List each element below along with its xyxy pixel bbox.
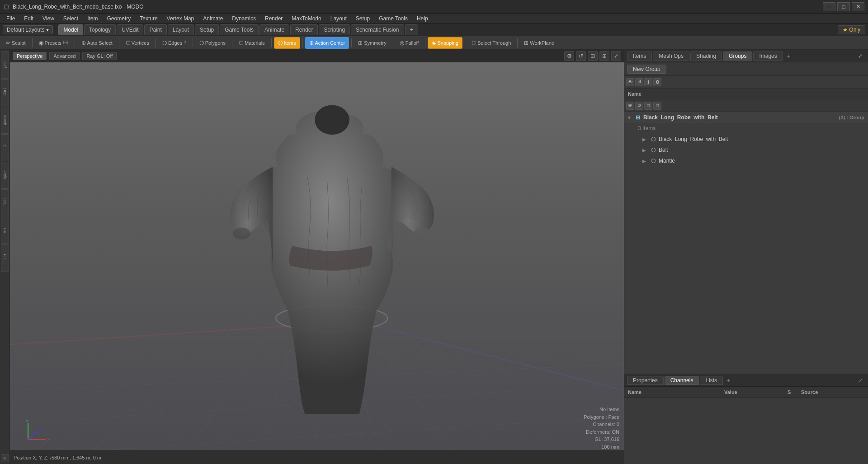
workplane-button[interactable]: ⊞ WorkPlane xyxy=(520,37,558,49)
sculpt-tool[interactable]: ✏ Sculpt xyxy=(2,37,30,49)
sidebar-tab-poly[interactable]: Poly xyxy=(1,162,9,189)
mode-layout[interactable]: Layout xyxy=(168,24,194,35)
3d-canvas[interactable]: X Y Z No Items Polygons : Face Channels:… xyxy=(10,62,624,464)
new-group-button[interactable]: New Group xyxy=(627,65,666,74)
presets-button[interactable]: ◉ Presets F6 xyxy=(35,37,72,49)
mode-uvedit[interactable]: UVEdit xyxy=(117,24,143,35)
scene-icon-settings[interactable]: ⚙ xyxy=(653,78,661,86)
star-only-button[interactable]: ★ Only xyxy=(838,25,865,34)
mode-render[interactable]: Render xyxy=(290,24,318,35)
viewport-settings-icon[interactable]: ⚙ xyxy=(564,51,574,61)
snapping-button[interactable]: ◈ Snapping xyxy=(428,37,462,49)
scene-mesh-belt[interactable]: ▶ ⬡ Belt xyxy=(624,145,868,155)
tab-items[interactable]: Items xyxy=(627,52,652,61)
menu-maxtomode[interactable]: MaxToModo xyxy=(287,14,326,23)
mode-add[interactable]: + xyxy=(405,24,418,35)
scene-mesh-mantle[interactable]: ▶ ⬡ Mantle xyxy=(624,155,868,166)
menu-animate[interactable]: Animate xyxy=(198,14,227,23)
maximize-button[interactable]: □ xyxy=(837,2,850,11)
sidebar-tab-fu[interactable]: Fu... xyxy=(1,244,9,272)
menu-select[interactable]: Select xyxy=(59,14,83,23)
scene-icon-eye[interactable]: 👁 xyxy=(626,78,634,86)
auto-select-button[interactable]: ⊕ Auto Select xyxy=(77,37,117,49)
minimize-button[interactable]: ─ xyxy=(823,2,835,11)
viewport-area[interactable]: Perspective Advanced Ray GL: Off ⚙ ↺ ⊡ ⊞… xyxy=(10,50,624,464)
vertices-button[interactable]: ⬡ Vertices xyxy=(122,37,153,49)
scene-list[interactable]: 👁 ↺ □ □ ▼ ⊞ Black_Long_Robe_with_Belt (2… xyxy=(624,99,868,374)
scene-icon-refresh[interactable]: ↺ xyxy=(635,78,643,86)
scene-list-header: Name xyxy=(624,89,868,99)
viewport-display-icon[interactable]: ⊡ xyxy=(588,51,598,61)
group-icon-r[interactable]: ↺ xyxy=(635,102,643,110)
viewport-camera-icon[interactable]: ↺ xyxy=(576,51,586,61)
right-panel-header: New Group xyxy=(624,62,868,76)
btab-channels[interactable]: Channels xyxy=(665,376,699,385)
tab-images[interactable]: Images xyxy=(753,52,783,61)
layouts-dropdown[interactable]: Default Layouts ▾ xyxy=(3,25,53,34)
btab-expand-icon[interactable]: ⤢ xyxy=(855,376,865,384)
scene-icon-info[interactable]: ℹ xyxy=(644,78,652,86)
tab-mesh-ops[interactable]: Mesh Ops xyxy=(653,52,689,61)
status-deformers: Deformers: ON xyxy=(584,428,619,436)
tab-shading[interactable]: Shading xyxy=(690,52,722,61)
viewport-expand-icon[interactable]: ⤢ xyxy=(611,51,621,61)
advanced-button[interactable]: Advanced xyxy=(49,52,80,60)
tab-groups[interactable]: Groups xyxy=(723,52,752,61)
scene-group-item[interactable]: ▼ ⊞ Black_Long_Robe_with_Belt (2) : Grou… xyxy=(624,112,868,123)
group-icon-sq[interactable]: □ xyxy=(644,102,652,110)
tab-add-button[interactable]: + xyxy=(784,52,793,61)
sculpt-label: Sculpt xyxy=(12,40,26,46)
menu-render[interactable]: Render xyxy=(260,14,287,23)
separator8 xyxy=(302,38,303,47)
mode-setup[interactable]: Setup xyxy=(195,24,219,35)
close-button[interactable]: ✕ xyxy=(852,2,864,11)
titlebar-controls[interactable]: ─ □ ✕ xyxy=(823,2,864,11)
sidebar-tab-bottom[interactable]: ⊕ xyxy=(1,454,9,462)
items-button[interactable]: ⬡ Items xyxy=(274,37,300,49)
btab-lists[interactable]: Lists xyxy=(700,376,723,385)
mode-paint[interactable]: Paint xyxy=(144,24,166,35)
sidebar-tab-e[interactable]: E... xyxy=(1,134,9,161)
sidebar-tab-def[interactable]: Def. xyxy=(1,52,9,79)
menu-view[interactable]: View xyxy=(38,14,59,23)
mode-model[interactable]: Model xyxy=(58,24,83,35)
menu-help[interactable]: Help xyxy=(412,14,433,23)
menu-setup[interactable]: Setup xyxy=(351,14,374,23)
action-center-button[interactable]: ⊕ Action Center xyxy=(305,37,349,49)
mode-game-tools[interactable]: Game Tools xyxy=(220,24,259,35)
group-icon-eye[interactable]: 👁 xyxy=(626,102,634,110)
menu-file[interactable]: File xyxy=(2,14,19,23)
select-through-button[interactable]: ⬡ Select Through xyxy=(467,37,515,49)
menu-texture[interactable]: Texture xyxy=(135,14,162,23)
menu-vertex-map[interactable]: Vertex Map xyxy=(162,14,199,23)
symmetry-button[interactable]: ⊞ Symmetry xyxy=(354,37,391,49)
panel-expand-icon[interactable]: ⤢ xyxy=(855,51,865,61)
menu-layout[interactable]: Layout xyxy=(326,14,351,23)
menu-geometry[interactable]: Geometry xyxy=(103,14,136,23)
menu-item[interactable]: Item xyxy=(83,14,102,23)
perspective-button[interactable]: Perspective xyxy=(13,52,47,60)
mode-scripting[interactable]: Scripting xyxy=(319,24,350,35)
mode-topology[interactable]: Topology xyxy=(84,24,116,35)
btab-properties[interactable]: Properties xyxy=(627,376,664,385)
menu-dynamics[interactable]: Dynamics xyxy=(227,14,260,23)
polygons-button[interactable]: ⬡ Polygons xyxy=(195,37,230,49)
sidebar-tab-uv[interactable]: UV xyxy=(1,217,9,244)
viewport-render-icon[interactable]: ⊞ xyxy=(599,51,609,61)
group-icon-lock[interactable]: □ xyxy=(653,102,661,110)
sidebar-tab-qu[interactable]: Qu... xyxy=(1,189,9,216)
sidebar-tab-dup[interactable]: Dup. xyxy=(1,79,9,106)
status-polygons: Polygons : Face xyxy=(584,413,619,421)
mode-schematic[interactable]: Schematic Fusion xyxy=(351,24,404,35)
mode-animate[interactable]: Animate xyxy=(259,24,289,35)
falloff-button[interactable]: ◎ Falloff xyxy=(396,37,423,49)
btab-add[interactable]: + xyxy=(724,376,733,385)
separator4 xyxy=(156,38,156,47)
menu-edit[interactable]: Edit xyxy=(19,14,38,23)
scene-mesh-robe[interactable]: ▶ ⬡ Black_Long_Robe_with_Belt xyxy=(624,134,868,145)
raygl-button[interactable]: Ray GL: Off xyxy=(82,52,117,60)
edges-button[interactable]: ⬡ Edges 2 xyxy=(158,37,190,49)
materials-button[interactable]: ⬡ Materials xyxy=(235,37,269,49)
menu-game-tools[interactable]: Game Tools xyxy=(374,14,412,23)
sidebar-tab-mesh[interactable]: Mesh xyxy=(1,107,9,134)
